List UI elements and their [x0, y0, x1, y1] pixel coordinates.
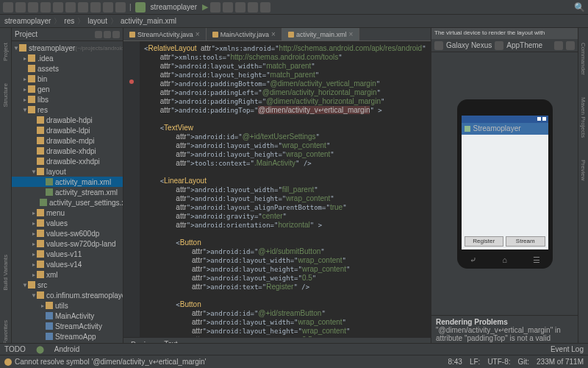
tab-maven[interactable]: Maven Projects [580, 97, 587, 138]
battery-icon [542, 117, 546, 121]
code-editor[interactable]: <RelativeLayout attr">xmlns:android="htt… [140, 41, 431, 337]
tree-node[interactable]: activity_stream.xml [12, 187, 123, 197]
copy-icon[interactable] [78, 2, 88, 13]
app-title: Streamoplayer [473, 124, 521, 132]
open-icon[interactable] [3, 2, 13, 13]
tree-node[interactable]: ▼res [12, 105, 123, 115]
tab-eventlog[interactable]: Event Log [551, 345, 584, 353]
project-panel-title: Project [15, 30, 37, 38]
sdk-icon[interactable] [248, 2, 258, 13]
tab-android[interactable]: Android [54, 345, 79, 353]
forward-icon[interactable] [115, 2, 126, 13]
tree-node[interactable]: ▸.idea [12, 53, 123, 63]
save-icon[interactable] [15, 2, 26, 13]
ddms-icon[interactable] [260, 2, 270, 13]
theme-select[interactable]: AppTheme [506, 41, 542, 49]
home-nav-icon: ⌂ [499, 255, 509, 266]
tree-node[interactable]: drawable-xxhdpi [12, 156, 123, 166]
stream-button[interactable]: Stream [506, 236, 545, 247]
tree-node[interactable]: assets [12, 63, 123, 74]
stop-icon[interactable] [223, 2, 233, 13]
tab-favorites[interactable]: Favorites [2, 320, 9, 344]
tree-node[interactable]: drawable-hdpi [12, 115, 123, 125]
tree-node[interactable]: ▼co.infinum.streamoplayer [12, 290, 123, 300]
tree-node[interactable]: ▸menu [12, 208, 123, 218]
bc-0[interactable]: streamoplayer [4, 17, 51, 25]
undo-icon[interactable] [40, 2, 51, 13]
cursor-position: 8:43 [448, 358, 462, 366]
tree-node[interactable]: StreamoApp [12, 331, 123, 342]
debug-icon[interactable] [210, 2, 220, 13]
paste-icon[interactable] [90, 2, 101, 13]
tree-node[interactable]: activity_main.xml [12, 177, 123, 187]
git-branch[interactable]: Git: [518, 358, 530, 366]
project-tree[interactable]: ▼streamoplayer (~/projects/android/)▸.id… [12, 41, 123, 352]
tree-node[interactable]: ▸xml [12, 269, 123, 280]
tab-structure[interactable]: Structure [2, 83, 9, 107]
bottom-tool-strip: TODO ⬤ Android Event Log [0, 343, 588, 355]
device-icon[interactable] [434, 41, 443, 50]
refresh-preview-icon[interactable] [554, 41, 563, 50]
tab-todo[interactable]: TODO [4, 345, 26, 353]
tree-node[interactable]: ▼layout [12, 166, 123, 177]
bc-2[interactable]: layout [87, 17, 107, 25]
redo-icon[interactable] [53, 2, 63, 13]
hide-icon[interactable] [112, 31, 120, 38]
breadcrumb: streamoplayer〉 res〉 layout〉 activity_mai… [0, 15, 588, 28]
run-config[interactable]: streamoplayer [148, 3, 200, 11]
right-tool-strip: Commander Maven Projects Preview [578, 28, 588, 352]
error-marker-icon[interactable] [129, 79, 134, 84]
bc-1[interactable]: res [64, 17, 74, 25]
device-frame: Streamoplayer Register Stream ⤶⌂☰ [457, 99, 553, 269]
tree-node[interactable]: ▸bin [12, 74, 123, 84]
register-button[interactable]: Register [465, 236, 504, 247]
tab-commander[interactable]: Commander [580, 43, 587, 75]
tree-node[interactable]: StreamActivity [12, 321, 123, 331]
tree-node[interactable]: ▼streamoplayer (~/projects/android/) [12, 43, 123, 53]
signal-icon [537, 117, 541, 121]
bc-3[interactable]: activity_main.xml [121, 17, 176, 25]
tab-build-variants[interactable]: Build Variants [2, 255, 9, 291]
avd-icon[interactable] [235, 2, 245, 13]
editor-tab[interactable]: StreamActivity.java × [123, 28, 207, 40]
tree-node[interactable]: ▼src [12, 280, 123, 290]
expand-icon[interactable] [95, 31, 102, 38]
tree-node[interactable]: drawable-ldpi [12, 125, 123, 135]
preview-hint: The virtual device to render the layout … [431, 28, 578, 39]
tree-node[interactable]: ▸values [12, 218, 123, 228]
cut-icon[interactable] [65, 2, 76, 13]
tab-project[interactable]: Project [2, 43, 9, 61]
back-nav-icon: ⤶ [467, 255, 478, 266]
tree-node[interactable]: ▸values-sw720dp-land [12, 238, 123, 249]
device-select[interactable]: Galaxy Nexus [446, 41, 492, 49]
project-panel: Project ▼streamoplayer (~/projects/andro… [12, 28, 123, 352]
back-icon[interactable] [103, 2, 113, 13]
tree-node[interactable]: ▸libs [12, 94, 123, 105]
line-ending[interactable]: LF: [470, 358, 480, 366]
tree-node[interactable]: ▸values-v11 [12, 249, 123, 259]
tree-node[interactable]: drawable-mdpi [12, 135, 123, 146]
recents-nav-icon: ☰ [531, 255, 542, 266]
tree-node[interactable]: ▸gen [12, 84, 123, 94]
editor-tab[interactable]: MainActivity.java × [207, 28, 282, 40]
encoding[interactable]: UTF-8: [487, 358, 510, 366]
bulb-icon[interactable] [4, 358, 12, 366]
tab-preview[interactable]: Preview [580, 160, 587, 180]
app-icon [465, 126, 470, 132]
gear-icon[interactable] [104, 31, 111, 38]
memory-indicator[interactable]: 233M of 711M [537, 358, 584, 366]
editor-tab[interactable]: activity_main.xml × [282, 28, 359, 40]
tree-node[interactable]: drawable-xhdpi [12, 146, 123, 156]
tree-node[interactable]: ▸values-v14 [12, 259, 123, 269]
refresh-icon[interactable] [28, 2, 38, 13]
run-icon[interactable]: ▶ [202, 2, 208, 12]
tree-node[interactable]: ▸values-sw600dp [12, 228, 123, 238]
editor-tabs: StreamActivity.java ×MainActivity.java ×… [123, 28, 431, 41]
search-icon[interactable]: 🔍 [574, 2, 585, 13]
main-toolbar: | streamoplayer ▶ 🔍 [0, 0, 588, 15]
tree-node[interactable]: MainActivity [12, 311, 123, 321]
tree-node[interactable]: ▸utils [12, 300, 123, 311]
settings-preview-icon[interactable] [566, 41, 575, 50]
theme-icon[interactable] [495, 41, 503, 50]
tree-node[interactable]: activity_user_settings.xml [12, 197, 123, 208]
